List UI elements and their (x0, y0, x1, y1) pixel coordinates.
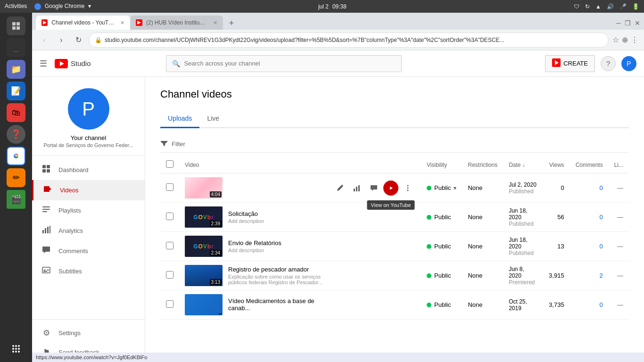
header-video: Video (179, 156, 421, 173)
help-btn[interactable]: ? (601, 56, 616, 71)
search-input[interactable] (184, 60, 396, 67)
likes-value: — (617, 272, 623, 279)
sidebar-item-settings[interactable]: ⚙ Settings (32, 323, 145, 343)
row-checkbox-cell[interactable] (160, 290, 179, 320)
taskbar-help[interactable]: ❓ (7, 125, 25, 144)
filter-label[interactable]: Filter (172, 140, 185, 148)
sidebar-item-playlists[interactable]: Playlists (32, 200, 145, 221)
visibility-dropdown-arrow[interactable]: ▾ (454, 185, 456, 191)
view-on-youtube-btn[interactable] (383, 268, 398, 283)
more-options-btn[interactable] (400, 239, 415, 254)
view-on-youtube-btn[interactable] (383, 181, 398, 196)
menu-btn[interactable]: ⋮ (631, 35, 638, 44)
refresh-btn[interactable]: ↻ (72, 33, 85, 47)
forward-btn[interactable]: › (55, 33, 68, 47)
edit-video-btn[interactable] (332, 181, 347, 196)
tab-close-btn-2[interactable]: ✕ (213, 20, 217, 26)
edit-video-btn[interactable] (332, 239, 347, 254)
view-on-youtube-btn[interactable] (383, 239, 398, 254)
taskbar-files[interactable]: 📁 (7, 60, 25, 79)
comments-value: 2 (599, 272, 603, 279)
restrictions-value: None (468, 272, 482, 279)
address-bar[interactable]: 🔒 studio.youtube.com/channel/UCDjWNREV1G… (89, 33, 609, 48)
activities-label[interactable]: Activities (5, 3, 27, 9)
row-checkbox[interactable] (166, 300, 173, 308)
more-options-btn[interactable] (400, 181, 415, 196)
edit-video-btn[interactable] (332, 268, 347, 283)
tab-uploads[interactable]: Uploads (160, 110, 199, 128)
minimize-btn[interactable]: ─ (616, 19, 621, 27)
tab-live[interactable]: Live (199, 110, 227, 128)
header-date[interactable]: Date ↓ (503, 156, 543, 173)
tab-channel-videos[interactable]: Channel videos - YouTube ✕ (36, 16, 130, 30)
comments-video-btn[interactable] (366, 210, 381, 225)
header-comments[interactable]: Comments (570, 156, 609, 173)
svg-point-52 (407, 246, 409, 247)
taskbar-terminal[interactable]: _ (7, 38, 25, 57)
header-likes[interactable]: Li... (609, 156, 629, 173)
comments-video-btn[interactable] (366, 268, 381, 283)
sidebar-item-dashboard[interactable]: Dashboard (32, 160, 145, 180)
maximize-btn[interactable]: ❐ (625, 19, 631, 27)
back-btn[interactable]: ‹ (38, 33, 51, 47)
row-checkbox-cell[interactable] (160, 203, 179, 232)
avatar-btn[interactable]: P (621, 56, 636, 71)
row-checkbox[interactable] (166, 183, 173, 191)
analytics-video-btn[interactable] (349, 297, 364, 313)
analytics-video-btn[interactable] (349, 181, 364, 196)
edit-video-btn[interactable] (332, 210, 347, 225)
video-cell: GOVbr 2:34 Envio de Relatórios Add descr… (179, 232, 421, 261)
row-checkbox[interactable] (166, 213, 173, 220)
visibility-dot (427, 303, 431, 307)
svg-rect-19 (42, 165, 46, 168)
row-checkbox-cell[interactable] (160, 232, 179, 261)
video-cell-content: 4:04 (185, 177, 415, 198)
date-cell: Jun 18, 2020 Published (503, 203, 543, 232)
table-row: GOVbr 2:39 Solicitação Add description (160, 203, 629, 232)
row-checkbox[interactable] (166, 271, 173, 279)
profile-btn[interactable]: ⊕ (622, 35, 628, 44)
sidebar-item-videos[interactable]: Videos (32, 180, 145, 200)
close-btn[interactable]: ✕ (635, 19, 640, 27)
table-row: GOVbr 2:34 Envio de Relatórios Add descr… (160, 232, 629, 261)
comments-video-btn[interactable] (366, 181, 381, 196)
taskbar-docs[interactable]: 📝 (7, 82, 25, 100)
video-cell: 3:13 Registro de pescador amador Explica… (179, 261, 421, 290)
header-views[interactable]: Views (543, 156, 570, 173)
tab-close-btn[interactable]: ✕ (120, 20, 124, 26)
comments-video-btn[interactable] (366, 297, 381, 313)
taskbar-screenshot[interactable] (7, 16, 25, 35)
hamburger-btn[interactable]: ☰ (40, 58, 47, 69)
analytics-video-btn[interactable] (349, 268, 364, 283)
tab-hub[interactable]: (2) HUB Vídeo Institucio... ✕ (130, 16, 223, 30)
analytics-video-btn[interactable] (349, 239, 364, 254)
header-checkbox[interactable] (160, 156, 179, 173)
edit-video-btn[interactable] (332, 297, 347, 313)
sidebar-item-comments[interactable]: Comments (32, 241, 145, 261)
row-checkbox[interactable] (166, 242, 173, 249)
star-btn[interactable]: ☆ (612, 35, 619, 44)
taskbar-apps[interactable] (7, 339, 25, 358)
view-on-youtube-btn[interactable] (383, 210, 398, 225)
view-on-youtube-btn[interactable] (383, 297, 398, 313)
new-tab-btn[interactable]: + (225, 16, 238, 30)
video-info: Vídeo Medicamentos a base de canab... (228, 297, 327, 313)
create-button[interactable]: CREATE (545, 55, 595, 72)
sidebar-item-analytics[interactable]: Analytics (32, 221, 145, 241)
taskbar-editor[interactable]: ✏ (7, 168, 25, 187)
row-checkbox-cell[interactable] (160, 261, 179, 290)
taskbar-chrome[interactable] (7, 147, 25, 165)
taskbar-software[interactable]: 🛍 (7, 103, 25, 122)
svg-rect-54 (354, 276, 355, 279)
search-box[interactable]: 🔍 (166, 55, 402, 72)
svg-point-58 (407, 275, 409, 276)
more-options-btn[interactable] (400, 210, 415, 225)
select-all-checkbox[interactable] (166, 160, 173, 168)
taskbar-video[interactable]: 🎬 (7, 190, 25, 209)
more-options-btn[interactable] (400, 268, 415, 283)
more-options-btn[interactable] (400, 297, 415, 313)
comments-video-btn[interactable] (366, 239, 381, 254)
sidebar-item-subtitles[interactable]: Subtitles (32, 261, 145, 281)
analytics-video-btn[interactable] (349, 210, 364, 225)
row-checkbox-cell[interactable] (160, 173, 179, 203)
